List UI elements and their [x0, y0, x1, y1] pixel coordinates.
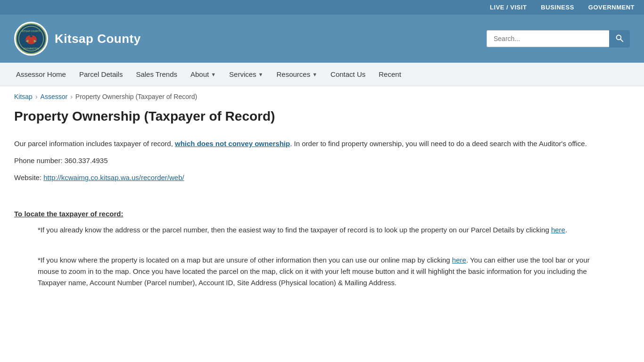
spacer-1 — [14, 189, 599, 198]
main-content: Property Ownership (Taxpayer of Record) … — [0, 103, 613, 317]
page-title: Property Ownership (Taxpayer of Record) — [14, 108, 599, 125]
nav-assessor-home[interactable]: Assessor Home — [9, 63, 73, 86]
services-caret: ▼ — [258, 72, 264, 77]
search-input[interactable] — [487, 30, 609, 47]
top-bar: LIVE / VISIT BUSINESS GOVERNMENT — [0, 0, 644, 15]
topbar-live-visit[interactable]: LIVE / VISIT — [490, 4, 527, 11]
block1-text-before: *If you already know the address or the … — [38, 226, 551, 234]
nav-parcel-details[interactable]: Parcel Details — [73, 63, 130, 86]
topbar-government[interactable]: GOVERNMENT — [588, 4, 635, 11]
phone-paragraph: Phone number: 360.337.4935 — [14, 155, 599, 166]
block1-paragraph: *If you already know the address or the … — [38, 224, 599, 236]
brand-name: Kitsap County — [55, 32, 141, 46]
svg-line-10 — [620, 39, 623, 41]
breadcrumb: Kitsap › Assessor › Property Ownership (… — [0, 86, 644, 103]
breadcrumb-sep-2: › — [70, 93, 73, 100]
about-caret: ▼ — [211, 72, 216, 77]
nav-services[interactable]: Services ▼ — [223, 63, 270, 86]
nav-recent[interactable]: Recent — [372, 63, 408, 86]
block1: *If you already know the address or the … — [38, 224, 599, 236]
search-button[interactable] — [609, 30, 630, 48]
section-heading: To locate the taxpayer of record: — [14, 210, 599, 218]
nav-sales-trends[interactable]: Sales Trends — [129, 63, 184, 86]
nav-contact-us[interactable]: Contact Us — [324, 63, 372, 86]
breadcrumb-current: Property Ownership (Taxpayer of Record) — [75, 93, 197, 100]
no-ownership-link[interactable]: which does not convey ownership — [175, 140, 290, 148]
svg-point-6 — [30, 34, 33, 37]
block2-here-link[interactable]: here — [452, 256, 466, 264]
block1-text-after: . — [565, 226, 567, 234]
topbar-business[interactable]: BUSINESS — [541, 4, 574, 11]
brand-link[interactable]: KITSAP COUNTY WASHINGTON Kitsap County — [14, 22, 141, 56]
main-nav: Assessor Home Parcel Details Sales Trend… — [0, 63, 644, 86]
breadcrumb-sep-1: › — [35, 93, 38, 100]
header: KITSAP COUNTY WASHINGTON Kitsap County — [0, 15, 644, 63]
breadcrumb-kitsap[interactable]: Kitsap — [14, 93, 33, 100]
nav-about[interactable]: About ▼ — [184, 63, 223, 86]
svg-text:WASHINGTON: WASHINGTON — [23, 48, 39, 50]
spacer-2 — [14, 245, 599, 255]
block2-text-before: *If you know where the property is locat… — [38, 256, 452, 264]
svg-text:KITSAP COUNTY: KITSAP COUNTY — [22, 30, 41, 33]
intro-text-before: Our parcel information includes taxpayer… — [14, 140, 175, 148]
website-paragraph: Website: http://kcwaimg.co.kitsap.wa.us/… — [14, 172, 599, 183]
logo: KITSAP COUNTY WASHINGTON — [14, 22, 48, 56]
block2: *If you know where the property is locat… — [38, 255, 599, 288]
resources-caret: ▼ — [312, 72, 317, 77]
block2-paragraph: *If you know where the property is locat… — [38, 255, 599, 288]
website-link[interactable]: http://kcwaimg.co.kitsap.wa.us/recorder/… — [43, 173, 184, 181]
logo-svg: KITSAP COUNTY WASHINGTON — [16, 23, 47, 55]
intro-paragraph: Our parcel information includes taxpayer… — [14, 138, 599, 149]
search-container — [487, 30, 630, 48]
intro-text-after: . In order to find property ownership, y… — [290, 140, 587, 148]
search-icon — [616, 34, 623, 42]
breadcrumb-assessor[interactable]: Assessor — [41, 93, 68, 100]
nav-resources[interactable]: Resources ▼ — [270, 63, 324, 86]
block1-here-link[interactable]: here — [551, 226, 565, 234]
website-label: Website: — [14, 173, 43, 181]
